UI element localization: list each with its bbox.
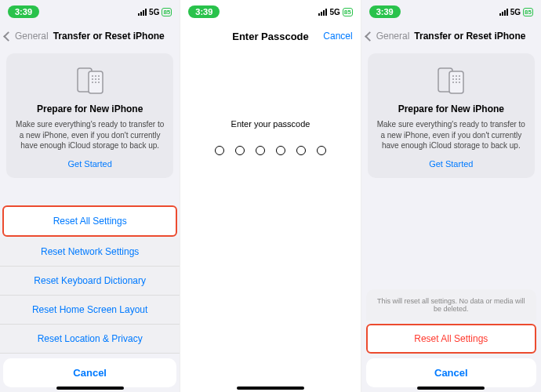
prepare-card: Prepare for New iPhone Make sure everyth… (368, 53, 535, 178)
passcode-prompt: Enter your passcode (180, 119, 360, 129)
svg-point-9 (95, 82, 96, 83)
prepare-card: Prepare for New iPhone Make sure everyth… (6, 53, 173, 178)
svg-point-17 (456, 78, 457, 80)
signal-icon (499, 9, 508, 16)
cancel-button[interactable]: Cancel (3, 358, 176, 387)
option-reset-keyboard[interactable]: Reset Keyboard Dictionary (0, 267, 180, 296)
svg-point-7 (98, 78, 100, 80)
option-reset-network[interactable]: Reset Network Settings (0, 238, 180, 267)
chevron-left-icon (3, 31, 13, 42)
devices-icon (14, 63, 165, 99)
signal-icon (318, 9, 327, 16)
network-label: 5G (510, 8, 521, 16)
cancel-button[interactable]: Cancel (323, 31, 352, 42)
option-reset-all-settings[interactable]: Reset All Settings (2, 205, 177, 237)
svg-point-16 (452, 78, 454, 80)
time-pill: 3:39 (369, 5, 401, 18)
time-pill: 3:39 (8, 5, 39, 18)
svg-point-21 (459, 82, 460, 83)
page-title: Enter Passcode (232, 31, 309, 42)
svg-point-5 (92, 78, 93, 80)
svg-point-6 (95, 78, 96, 80)
cancel-button[interactable]: Cancel (366, 358, 536, 387)
svg-point-13 (452, 75, 454, 77)
status-indicators: 5G 85 (499, 8, 533, 16)
time-pill: 3:39 (188, 5, 220, 18)
svg-point-4 (98, 75, 100, 77)
network-label: 5G (149, 8, 159, 16)
home-indicator[interactable] (417, 387, 485, 390)
status-indicators: 5G 85 (138, 8, 172, 16)
card-heading: Prepare for New iPhone (376, 103, 527, 114)
confirm-message: This will reset all settings. No data or… (366, 289, 536, 321)
nav-bar: Enter Passcode Cancel (180, 24, 360, 49)
back-label: General (15, 31, 49, 42)
svg-point-15 (459, 75, 460, 77)
status-bar: 3:39 5G 85 (361, 0, 541, 24)
card-body: Make sure everything's ready to transfer… (376, 119, 527, 151)
back-label: General (376, 31, 410, 42)
status-bar: 3:39 5G 85 (180, 0, 360, 24)
svg-point-3 (95, 75, 96, 77)
svg-point-19 (452, 82, 454, 83)
get-started-link[interactable]: Get Started (14, 159, 165, 169)
confirm-sheet: This will reset all settings. No data or… (361, 289, 541, 392)
get-started-link[interactable]: Get Started (376, 159, 527, 169)
devices-icon (376, 63, 527, 99)
svg-point-14 (456, 75, 457, 77)
page-title: Transfer or Reset iPhone (53, 31, 165, 42)
screen-reset-options: 3:39 5G 85 General Transfer or Reset iPh… (0, 0, 180, 392)
svg-point-10 (98, 82, 100, 83)
home-indicator[interactable] (56, 387, 124, 390)
svg-point-2 (92, 75, 93, 77)
battery-icon: 85 (343, 8, 353, 16)
action-sheet: Reset All Settings Reset Network Setting… (0, 205, 180, 392)
page-title: Transfer or Reset iPhone (414, 31, 525, 42)
home-indicator[interactable] (237, 387, 304, 390)
nav-bar: General Transfer or Reset iPhone (0, 24, 180, 49)
passcode-dots[interactable] (180, 146, 360, 155)
battery-icon: 85 (523, 8, 533, 16)
battery-icon: 85 (162, 8, 172, 16)
reset-all-settings-button[interactable]: Reset All Settings (366, 324, 536, 354)
card-body: Make sure everything's ready to transfer… (14, 119, 165, 151)
option-reset-home-screen[interactable]: Reset Home Screen Layout (0, 296, 180, 325)
status-bar: 3:39 5G 85 (0, 0, 180, 24)
back-button[interactable]: General (5, 31, 49, 42)
back-button[interactable]: General (366, 31, 410, 42)
svg-point-18 (459, 78, 460, 80)
option-reset-location-privacy[interactable]: Reset Location & Privacy (0, 325, 180, 354)
network-label: 5G (329, 8, 339, 16)
svg-point-8 (92, 82, 93, 83)
status-indicators: 5G 85 (318, 8, 352, 16)
chevron-left-icon (365, 31, 375, 42)
signal-icon (138, 9, 147, 16)
screen-passcode: 3:39 5G 85 Enter Passcode Cancel Enter y… (180, 0, 361, 392)
card-heading: Prepare for New iPhone (14, 103, 165, 114)
nav-bar: General Transfer or Reset iPhone (361, 24, 541, 49)
svg-point-20 (456, 82, 457, 83)
screen-confirm-reset: 3:39 5G 85 General Transfer or Reset iPh… (361, 0, 541, 392)
